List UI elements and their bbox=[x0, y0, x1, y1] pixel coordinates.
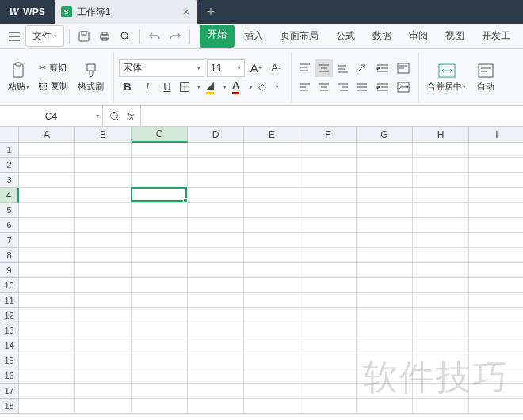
border-button[interactable]: ▾ bbox=[178, 78, 202, 96]
format-painter-button[interactable]: 格式刷 bbox=[74, 60, 107, 94]
cell[interactable] bbox=[413, 188, 469, 203]
cell[interactable] bbox=[132, 368, 188, 384]
cell[interactable] bbox=[132, 308, 188, 323]
cell[interactable] bbox=[357, 248, 413, 263]
save-icon[interactable] bbox=[74, 27, 94, 46]
align-bottom-icon[interactable] bbox=[334, 59, 352, 77]
cell[interactable] bbox=[132, 338, 188, 353]
cell[interactable] bbox=[19, 218, 75, 233]
cell[interactable] bbox=[300, 218, 357, 233]
formula-input[interactable] bbox=[140, 106, 523, 126]
auto-wrap-button[interactable]: 自动 bbox=[472, 60, 499, 94]
cell[interactable] bbox=[132, 399, 188, 414]
cell[interactable] bbox=[75, 248, 132, 263]
cell[interactable] bbox=[244, 399, 300, 414]
cell[interactable] bbox=[300, 248, 357, 263]
cell[interactable] bbox=[413, 143, 469, 158]
row-header[interactable]: 11 bbox=[0, 293, 19, 308]
column-header[interactable]: A bbox=[19, 127, 75, 143]
cell[interactable] bbox=[469, 323, 523, 338]
cell[interactable] bbox=[188, 233, 244, 248]
cell[interactable] bbox=[188, 308, 244, 323]
row-header[interactable]: 12 bbox=[0, 308, 19, 323]
cell[interactable] bbox=[413, 248, 469, 263]
row-header[interactable]: 10 bbox=[0, 278, 19, 293]
new-tab-button[interactable]: + bbox=[197, 0, 225, 24]
cell[interactable] bbox=[244, 353, 300, 368]
cell[interactable] bbox=[19, 323, 75, 338]
merge-center-button[interactable]: 合并居中▾ bbox=[424, 60, 469, 94]
cell[interactable] bbox=[75, 338, 132, 353]
row-header[interactable]: 17 bbox=[0, 384, 19, 399]
cell[interactable] bbox=[469, 278, 523, 293]
cell[interactable] bbox=[132, 384, 188, 399]
shrink-fit-icon[interactable] bbox=[395, 78, 412, 96]
cell[interactable] bbox=[357, 278, 413, 293]
cell[interactable] bbox=[413, 218, 469, 233]
font-size-select[interactable]: 11 ▾ bbox=[207, 59, 245, 77]
tab-developer[interactable]: 开发工 bbox=[474, 25, 518, 48]
cell[interactable] bbox=[300, 233, 357, 248]
row-header[interactable]: 18 bbox=[0, 399, 19, 414]
justify-icon[interactable] bbox=[353, 78, 371, 96]
row-header[interactable]: 13 bbox=[0, 323, 19, 338]
cell[interactable] bbox=[19, 158, 75, 173]
paste-button[interactable]: 粘贴▾ bbox=[5, 60, 32, 94]
cell[interactable] bbox=[75, 368, 132, 384]
cell[interactable] bbox=[132, 203, 188, 218]
cell[interactable] bbox=[19, 233, 75, 248]
underline-button[interactable]: U bbox=[158, 78, 176, 96]
cell[interactable] bbox=[75, 188, 132, 203]
cell[interactable] bbox=[300, 384, 357, 399]
cell[interactable] bbox=[75, 143, 132, 158]
cell[interactable] bbox=[188, 323, 244, 338]
cell[interactable] bbox=[244, 218, 300, 233]
cell[interactable] bbox=[357, 173, 413, 188]
cell[interactable] bbox=[188, 143, 244, 158]
cell[interactable] bbox=[19, 248, 75, 263]
cell[interactable] bbox=[413, 338, 469, 353]
cell[interactable] bbox=[75, 263, 132, 278]
tab-page-layout[interactable]: 页面布局 bbox=[273, 25, 326, 48]
cell[interactable] bbox=[469, 158, 523, 173]
cell[interactable] bbox=[244, 233, 300, 248]
tab-data[interactable]: 数据 bbox=[365, 25, 399, 48]
cell[interactable] bbox=[300, 338, 357, 353]
cell[interactable] bbox=[413, 278, 469, 293]
cell[interactable] bbox=[188, 293, 244, 308]
cell[interactable] bbox=[300, 278, 357, 293]
tab-insert[interactable]: 插入 bbox=[236, 25, 271, 48]
cell[interactable] bbox=[19, 353, 75, 368]
cell[interactable] bbox=[469, 384, 523, 399]
cell[interactable] bbox=[244, 368, 300, 384]
cell[interactable] bbox=[75, 293, 132, 308]
cell[interactable] bbox=[19, 173, 75, 188]
cell[interactable] bbox=[300, 293, 357, 308]
cell[interactable] bbox=[75, 218, 132, 233]
cell[interactable] bbox=[357, 399, 413, 414]
cell[interactable] bbox=[132, 323, 188, 338]
cell[interactable] bbox=[19, 203, 75, 218]
align-right-icon[interactable] bbox=[334, 78, 352, 96]
cell[interactable] bbox=[413, 233, 469, 248]
bold-button[interactable]: B bbox=[119, 78, 136, 96]
cell[interactable] bbox=[413, 158, 469, 173]
file-menu[interactable]: 文件 ▾ bbox=[25, 25, 64, 47]
cell[interactable] bbox=[300, 158, 357, 173]
column-header[interactable]: B bbox=[75, 127, 132, 143]
cell[interactable] bbox=[357, 293, 413, 308]
cell[interactable] bbox=[188, 338, 244, 353]
cell[interactable] bbox=[244, 173, 300, 188]
cell[interactable] bbox=[244, 143, 300, 158]
cell[interactable] bbox=[19, 293, 75, 308]
cell[interactable] bbox=[413, 263, 469, 278]
cell[interactable] bbox=[300, 263, 357, 278]
cell[interactable] bbox=[132, 278, 188, 293]
column-header[interactable]: D bbox=[188, 127, 244, 143]
cell[interactable] bbox=[244, 188, 300, 203]
row-header[interactable]: 4 bbox=[0, 188, 19, 203]
align-top-icon[interactable] bbox=[296, 59, 314, 77]
row-header[interactable]: 15 bbox=[0, 353, 19, 368]
cell[interactable] bbox=[132, 218, 188, 233]
fx-icon[interactable]: fx bbox=[127, 111, 134, 122]
